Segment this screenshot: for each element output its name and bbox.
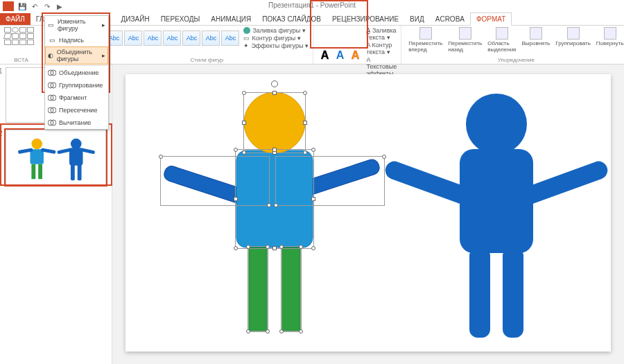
rotate-handle[interactable] bbox=[271, 80, 278, 87]
group-button[interactable]: Группировать bbox=[553, 27, 593, 46]
tab-view[interactable]: ВИД bbox=[404, 13, 430, 25]
svg-point-10 bbox=[31, 139, 42, 150]
intersect-icon bbox=[48, 106, 56, 114]
slide-thumbnail-2[interactable] bbox=[6, 130, 106, 185]
bring-forward-icon bbox=[419, 27, 432, 40]
text-outline-icon: A bbox=[366, 42, 370, 49]
shape-effects-button[interactable]: ✦Эффекты фигуры ▾ bbox=[243, 42, 309, 49]
text-effects-icon: A bbox=[366, 56, 370, 63]
group-icon bbox=[567, 27, 580, 40]
ribbon-group-shape-styles: Abc Abc Abc Abc Abc Abc Abc Заливка фигу… bbox=[101, 26, 313, 64]
selection-pane-icon bbox=[496, 27, 508, 40]
fragment-icon bbox=[48, 94, 56, 102]
wordart-style-3[interactable]: A bbox=[348, 49, 362, 62]
wordart-style-1[interactable]: A bbox=[318, 49, 331, 62]
rotate-button[interactable]: Повернуть bbox=[593, 27, 624, 46]
document-title: Презентация1 - PowerPoint bbox=[0, 1, 624, 9]
fill-icon bbox=[243, 27, 250, 34]
dd-union[interactable]: Объединение bbox=[45, 67, 108, 79]
dd-text-box[interactable]: ▭Надпись bbox=[45, 34, 108, 46]
outline-icon: ▭ bbox=[243, 35, 250, 42]
svg-rect-14 bbox=[31, 164, 35, 179]
svg-rect-11 bbox=[30, 149, 44, 164]
thumbnail-preview bbox=[6, 130, 105, 184]
edit-shape-icon: ▭ bbox=[48, 21, 55, 29]
dd-combine[interactable]: Группирование bbox=[45, 79, 108, 92]
selection-arm-left[interactable] bbox=[160, 156, 270, 206]
slide-content bbox=[125, 74, 611, 352]
svg-rect-21 bbox=[78, 164, 82, 180]
text-box-icon: ▭ bbox=[48, 36, 56, 44]
slide-number-2: 2 bbox=[0, 130, 3, 137]
tab-format[interactable]: ФОРМАТ bbox=[470, 12, 512, 26]
selection-head[interactable] bbox=[243, 92, 306, 153]
tab-acrobat[interactable]: ACROBA bbox=[430, 13, 470, 25]
wordart-style-2[interactable]: A bbox=[333, 49, 347, 62]
selection-leg-right[interactable] bbox=[281, 246, 302, 332]
ribbon-group-arrange: Переместить вперед Переместить назад Обл… bbox=[401, 26, 624, 64]
svg-point-16 bbox=[71, 139, 82, 150]
send-backward-button[interactable]: Переместить назад bbox=[445, 27, 485, 53]
shape-fill-button[interactable]: Заливка фигуры ▾ bbox=[243, 27, 309, 34]
svg-point-24 bbox=[466, 94, 527, 155]
tab-animation[interactable]: АНИМАЦИЯ bbox=[205, 13, 257, 25]
text-fill-button[interactable]: A̲ Заливка текста ▾ bbox=[366, 27, 397, 41]
send-backward-icon bbox=[459, 27, 471, 40]
slide-canvas[interactable] bbox=[125, 74, 611, 352]
shape-merged-person[interactable] bbox=[383, 94, 610, 338]
svg-rect-15 bbox=[38, 164, 42, 179]
dd-fragment[interactable]: Фрагмент bbox=[45, 92, 108, 104]
merge-shapes-dropdown: ▭Изменить фигуру ▸ ▭Надпись ◐Объединить … bbox=[44, 15, 109, 130]
tab-slideshow[interactable]: ПОКАЗ СЛАЙДОВ bbox=[257, 13, 327, 25]
svg-rect-20 bbox=[71, 164, 75, 180]
group-label-insert: ВСТА bbox=[4, 57, 38, 64]
slide-canvas-area bbox=[112, 64, 624, 364]
dd-intersect[interactable]: Пересечение bbox=[45, 104, 108, 116]
rotate-icon bbox=[604, 27, 616, 40]
selection-pane-button[interactable]: Область выделения bbox=[485, 27, 519, 53]
subtract-icon bbox=[48, 119, 56, 127]
align-button[interactable]: Выровнять bbox=[519, 27, 553, 46]
ribbon-group-wordart: A A A A̲ Заливка текста ▾ A Контур текст… bbox=[313, 26, 401, 64]
text-fill-icon: A̲ bbox=[366, 27, 370, 34]
tab-review[interactable]: РЕЦЕНЗИРОВАНИЕ bbox=[327, 13, 404, 25]
effects-icon: ✦ bbox=[243, 42, 249, 49]
shape-outline-button[interactable]: ▭Контур фигуры ▾ bbox=[243, 35, 309, 42]
dd-edit-shape[interactable]: ▭Изменить фигуру ▸ bbox=[45, 16, 108, 34]
group-label-arrange: Упорядочение bbox=[406, 57, 624, 64]
align-icon bbox=[530, 27, 542, 40]
dd-merge-shapes[interactable]: ◐Объединить фигуры ▸ bbox=[45, 46, 108, 64]
group-label-shape-styles: Стили фигур bbox=[105, 57, 309, 64]
selection-leg-left[interactable] bbox=[248, 246, 268, 332]
ribbon-group-shapes-gallery: ВСТА bbox=[0, 26, 43, 64]
tab-file[interactable]: ФАЙЛ bbox=[0, 13, 31, 25]
titlebar: 💾 ↶ ↷ ▶ Презентация1 - PowerPoint bbox=[0, 0, 624, 12]
selection-arm-right[interactable] bbox=[275, 156, 385, 206]
bring-forward-button[interactable]: Переместить вперед bbox=[406, 27, 445, 53]
merge-icon: ◐ bbox=[48, 51, 54, 60]
dd-subtract[interactable]: Вычитание bbox=[45, 116, 108, 129]
text-outline-button[interactable]: A Контур текста ▾ bbox=[366, 42, 397, 55]
shape-style-gallery[interactable]: Abc Abc Abc Abc Abc Abc Abc bbox=[105, 31, 239, 46]
svg-rect-28 bbox=[469, 248, 490, 338]
wordart-gallery[interactable]: A A A bbox=[318, 49, 362, 62]
tab-transitions[interactable]: ПЕРЕХОДЫ bbox=[155, 13, 206, 25]
combine-icon bbox=[48, 81, 56, 89]
union-icon bbox=[48, 69, 56, 77]
shapes-gallery[interactable] bbox=[4, 27, 39, 45]
slide-number-1: 1 bbox=[0, 67, 3, 75]
svg-rect-29 bbox=[503, 248, 523, 338]
tab-design[interactable]: ДИЗАЙН bbox=[116, 13, 155, 25]
